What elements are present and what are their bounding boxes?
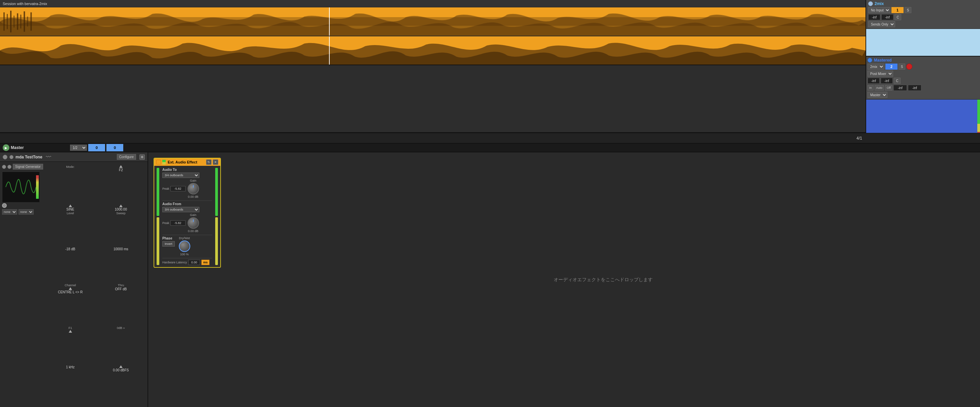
- mastered-c-btn[interactable]: C: [894, 78, 900, 84]
- play-button[interactable]: ▶: [3, 144, 10, 151]
- master-route-dropdown[interactable]: Master: [867, 92, 888, 98]
- audio-to-dropdown[interactable]: 3/4 outboards: [162, 173, 199, 178]
- pct-val: 100 %: [180, 253, 189, 256]
- ext-audio-title: Ext. Audio Effect: [168, 160, 205, 164]
- mastered-input-dropdown[interactable]: 2mix: [867, 63, 885, 70]
- level-label: Level: [67, 212, 74, 215]
- mda-power-btn[interactable]: [3, 155, 7, 160]
- peak2-label: Peak: [162, 221, 169, 225]
- mastered-vol2: -inf: [881, 78, 893, 84]
- mode-val: F2: [119, 168, 123, 172]
- sweep-label: Sweep: [116, 212, 126, 215]
- empty-track-area: [0, 65, 865, 132]
- drywet-knob[interactable]: [179, 241, 190, 252]
- gain-db2: 0.00 dB: [188, 230, 198, 233]
- sine-label: SINE: [66, 207, 74, 211]
- in-btn[interactable]: In: [867, 85, 873, 90]
- none-dropdown1[interactable]: none: [2, 209, 17, 215]
- twomix-s-btn[interactable]: S: [905, 7, 911, 13]
- playhead-bottom: [329, 36, 330, 65]
- twomix-header: 2mix No Input 1 S -inf -inf C Sends Onl: [866, 0, 980, 29]
- freq-up-arrow[interactable]: [119, 204, 123, 207]
- divider2: [162, 235, 212, 235]
- hw-latency-section: Hardware Latency 0.00 ms: [162, 260, 212, 265]
- ext-left-strip2: [157, 217, 159, 265]
- mastered-vol3: -inf: [893, 85, 907, 91]
- mastered-vol1: -inf: [867, 78, 880, 84]
- siggen-power1[interactable]: [2, 165, 6, 169]
- siggen-power2[interactable]: [7, 165, 11, 169]
- mastered-header: Mastered 2mix 2 S Post Mixer -inf: [866, 56, 980, 100]
- ext-audio-body: Audio To 3/4 outboards Peak -5.82: [156, 168, 218, 265]
- twomix-power[interactable]: [868, 2, 873, 6]
- ext-refresh-btn[interactable]: ↻: [206, 160, 212, 165]
- thru-label: Thru: [118, 283, 124, 287]
- centre-val: CENTRE L <> R: [58, 290, 83, 294]
- sends-only-dropdown[interactable]: Sends Only: [868, 21, 895, 27]
- mastered-s-btn[interactable]: S: [899, 63, 905, 70]
- mode-up-arrow[interactable]: [119, 165, 123, 168]
- ext-right-strip2: [215, 217, 218, 265]
- divider3: [162, 258, 212, 258]
- twomix-track-num[interactable]: 1: [891, 7, 904, 13]
- param-grid: Mode: F2 SINE Level 1000.00: [46, 164, 145, 405]
- mda-power-btn2[interactable]: [10, 155, 13, 159]
- master-transport-label: Master: [11, 145, 24, 150]
- transport-bar: ▶ Master 1/2 0 0: [0, 143, 980, 152]
- khz-val: 1 kHz: [66, 365, 75, 369]
- waveform-bottom: [0, 36, 865, 65]
- f1-label: F1: [68, 326, 72, 329]
- invert-btn[interactable]: Invert: [162, 241, 175, 247]
- gain2-knob[interactable]: [188, 217, 199, 229]
- channel-up-arrow[interactable]: [69, 287, 72, 290]
- audio-to-label: Audio To: [162, 168, 212, 171]
- ext-main-content: Audio To 3/4 outboards Peak -5.82: [162, 168, 212, 265]
- mastered-power[interactable]: [867, 58, 872, 63]
- post-mixer-dropdown[interactable]: Post Mixer: [867, 71, 893, 77]
- twomix-vol1: -inf: [868, 14, 880, 20]
- mastered-record-btn[interactable]: [906, 63, 912, 70]
- mode-label: Mode:: [66, 165, 75, 168]
- transport-val1[interactable]: 0: [88, 144, 105, 151]
- audio-from-dropdown[interactable]: 3/4 outboards: [162, 207, 199, 212]
- none-dropdown2[interactable]: none: [19, 209, 34, 215]
- ms-btn[interactable]: ms: [201, 260, 210, 265]
- db-val: -18 dB: [65, 247, 75, 251]
- off-btn[interactable]: Off: [885, 85, 892, 90]
- ext-power-indicator[interactable]: [156, 160, 161, 165]
- mda-body: Signal Generator: [0, 162, 148, 407]
- gain2-label: Gain: [190, 213, 196, 217]
- device-panel: mda TestTone 〰 Configure ⚙ Signal Genera…: [0, 152, 148, 407]
- ext-strip-left: [162, 160, 166, 165]
- peak1-label: Peak: [162, 187, 169, 190]
- gain1-knob[interactable]: [188, 183, 199, 195]
- sine-up-arrow[interactable]: [69, 204, 72, 207]
- dbfs-val: 0.00 dBFS: [113, 368, 129, 372]
- f1-up-arrow[interactable]: [69, 330, 72, 333]
- configure-button[interactable]: Configure: [117, 154, 136, 160]
- ext-close-btn[interactable]: ✕: [213, 160, 218, 165]
- ext-audio-header: Ext. Audio Effect ↻ ✕: [154, 158, 220, 166]
- twomix-input-dropdown[interactable]: No Input: [868, 7, 891, 13]
- signal-knob[interactable]: [2, 203, 7, 208]
- auto-btn[interactable]: Auto: [875, 85, 885, 90]
- transport-val2[interactable]: 0: [107, 144, 123, 151]
- hw-latency-label: Hardware Latency: [162, 261, 187, 264]
- ext-audio-container: Ext. Audio Effect ↻ ✕ Audio To: [148, 152, 226, 407]
- vu-meter: [36, 175, 39, 199]
- wave-icon: 〰: [46, 154, 51, 160]
- signal-gen-label: Signal Generator: [13, 164, 43, 169]
- drop-zone[interactable]: オーディオエフェクトをここへドロップします: [226, 152, 980, 407]
- dbfs-up-arrow[interactable]: [119, 365, 123, 368]
- bottom-timeline: 4/1: [0, 133, 980, 143]
- mda-icon-btn[interactable]: ⚙: [139, 154, 145, 160]
- transport-time-sig[interactable]: 1/2: [70, 145, 87, 151]
- twomix-c-btn[interactable]: C: [894, 14, 901, 20]
- off-db-val: OFF dB: [115, 287, 127, 291]
- peak2-val: -5.82: [170, 220, 186, 226]
- position-display: 4/1: [856, 136, 862, 141]
- mastered-track-num[interactable]: 2: [885, 63, 897, 70]
- drywet-label: Dry/Wet: [179, 236, 189, 240]
- mda-name: mda TestTone: [16, 155, 43, 160]
- playhead: [329, 7, 330, 36]
